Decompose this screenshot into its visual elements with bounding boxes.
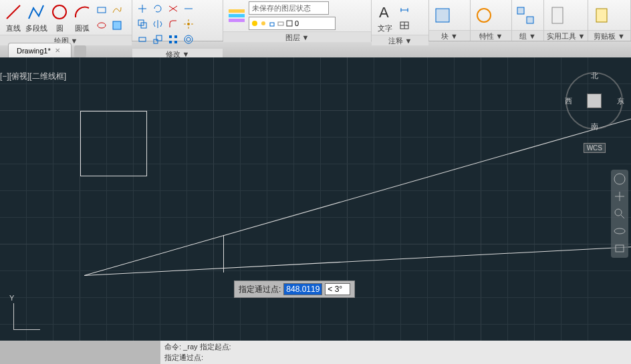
properties-panel-title[interactable]: 特性 ▼: [471, 30, 511, 41]
line-tool[interactable]: 直线: [3, 1, 24, 33]
svg-rect-15: [174, 41, 177, 43]
grid: [0, 57, 631, 341]
svg-point-1: [53, 5, 66, 19]
text-label: 文字: [374, 23, 396, 33]
polyline-tool[interactable]: 多段线: [25, 1, 47, 33]
svg-rect-33: [436, 9, 449, 22]
distance-input[interactable]: [283, 283, 322, 295]
compass-west[interactable]: 西: [561, 96, 575, 106]
group-tool[interactable]: [515, 5, 536, 26]
command-handle[interactable]: [0, 341, 160, 364]
svg-rect-23: [270, 23, 274, 26]
wcs-badge[interactable]: WCS: [584, 143, 606, 153]
scale-tool[interactable]: [150, 32, 165, 47]
svg-rect-37: [552, 7, 563, 23]
extend-tool[interactable]: [181, 1, 196, 16]
block-panel-title[interactable]: 块 ▼: [429, 30, 470, 41]
svg-rect-36: [527, 17, 533, 23]
svg-rect-24: [278, 22, 283, 25]
viewport-label[interactable]: [−][俯视][二维线框]: [0, 71, 66, 82]
arc-tool[interactable]: 圆弧: [72, 1, 93, 33]
spline-tool[interactable]: [110, 3, 124, 17]
utilities-tool[interactable]: [547, 5, 568, 26]
svg-rect-35: [517, 7, 524, 14]
table-tool[interactable]: [397, 18, 412, 33]
bulb-icon: [251, 20, 258, 27]
svg-rect-20: [229, 19, 245, 22]
command-history-line: 命令: _ray 指定起点:: [164, 342, 627, 352]
pan-icon[interactable]: [613, 190, 626, 203]
compass-south[interactable]: 南: [588, 122, 601, 131]
ribbon: 直线 多段线 圆 圆弧: [0, 0, 631, 41]
annotation-panel-title[interactable]: 注释 ▼: [372, 35, 428, 45]
angle-input[interactable]: [325, 283, 350, 295]
svg-rect-18: [229, 9, 245, 13]
svg-rect-13: [174, 35, 177, 38]
lock-icon: [269, 20, 275, 27]
hatch-tool[interactable]: [110, 18, 124, 33]
navigation-bar: [611, 170, 628, 258]
compass-top[interactable]: [587, 94, 602, 108]
svg-rect-38: [596, 9, 607, 22]
clipboard-panel-title[interactable]: 剪贴板 ▼: [588, 30, 630, 41]
clipboard-tool[interactable]: [591, 5, 612, 26]
svg-rect-4: [113, 21, 121, 29]
compass-east[interactable]: 东: [614, 96, 627, 106]
mirror-tool[interactable]: [150, 17, 165, 31]
svg-rect-9: [139, 37, 146, 41]
svg-rect-43: [616, 245, 624, 252]
command-prompt-line: 指定通过点:: [164, 353, 627, 363]
svg-rect-10: [154, 39, 158, 43]
svg-line-0: [7, 5, 20, 19]
layer-properties-button[interactable]: [226, 5, 247, 27]
tab-drawing1[interactable]: Drawing1* ✕: [8, 43, 72, 57]
layer-panel-title[interactable]: 图层 ▼: [223, 31, 371, 42]
polyline-label: 多段线: [25, 23, 47, 33]
rect-tool[interactable]: [94, 3, 109, 17]
svg-point-22: [261, 21, 265, 25]
drawing-canvas[interactable]: [−][俯视][二维线框] 指定通过点: 北 南 东 西 WCS Y: [0, 57, 631, 341]
ellipse-tool[interactable]: [94, 18, 109, 33]
show-motion-icon[interactable]: [613, 242, 626, 255]
svg-rect-11: [156, 35, 162, 41]
layer-current-dropdown[interactable]: 0: [249, 17, 336, 30]
offset-tool[interactable]: [181, 32, 196, 47]
svg-point-16: [186, 37, 191, 41]
dimension-tool[interactable]: [397, 3, 412, 17]
new-tab-button[interactable]: [74, 45, 86, 57]
block-tool[interactable]: [432, 5, 453, 26]
circle-tool[interactable]: 圆: [49, 1, 70, 33]
orbit-icon[interactable]: [613, 224, 626, 238]
vertical-marker: [223, 235, 224, 272]
fillet-tool[interactable]: [166, 17, 180, 31]
layer-state-dropdown[interactable]: 未保存的图层状态: [249, 1, 329, 15]
properties-tool[interactable]: [473, 5, 495, 26]
rotate-tool[interactable]: [150, 1, 165, 16]
compass-north[interactable]: 北: [588, 71, 601, 80]
svg-point-3: [98, 23, 106, 28]
utilities-panel-title[interactable]: 实用工具 ▼: [544, 30, 588, 41]
stretch-tool[interactable]: [135, 32, 150, 47]
svg-point-8: [187, 23, 190, 25]
trim-tool[interactable]: [166, 1, 180, 16]
svg-rect-12: [169, 35, 172, 38]
command-window[interactable]: 命令: _ray 指定起点: 指定通过点:: [0, 341, 631, 364]
array-tool[interactable]: [166, 32, 180, 47]
move-tool[interactable]: [135, 1, 150, 16]
group-panel-title[interactable]: 组 ▼: [512, 30, 543, 41]
ucs-icon: Y: [7, 297, 47, 337]
full-nav-wheel-icon[interactable]: [613, 172, 626, 186]
svg-rect-2: [98, 7, 106, 13]
explode-tool[interactable]: [181, 17, 196, 31]
zoom-icon[interactable]: [613, 207, 626, 220]
svg-rect-14: [169, 41, 172, 43]
svg-rect-19: [229, 14, 245, 17]
view-cube[interactable]: 北 南 东 西: [565, 72, 623, 130]
circle-label: 圆: [49, 23, 70, 33]
prompt-label: 指定通过点:: [239, 284, 281, 295]
dynamic-input: 指定通过点:: [234, 281, 355, 298]
text-tool[interactable]: A 文字: [374, 1, 396, 33]
color-swatch-icon: [286, 20, 293, 27]
close-icon[interactable]: ✕: [55, 47, 63, 55]
copy-tool[interactable]: [135, 17, 150, 31]
